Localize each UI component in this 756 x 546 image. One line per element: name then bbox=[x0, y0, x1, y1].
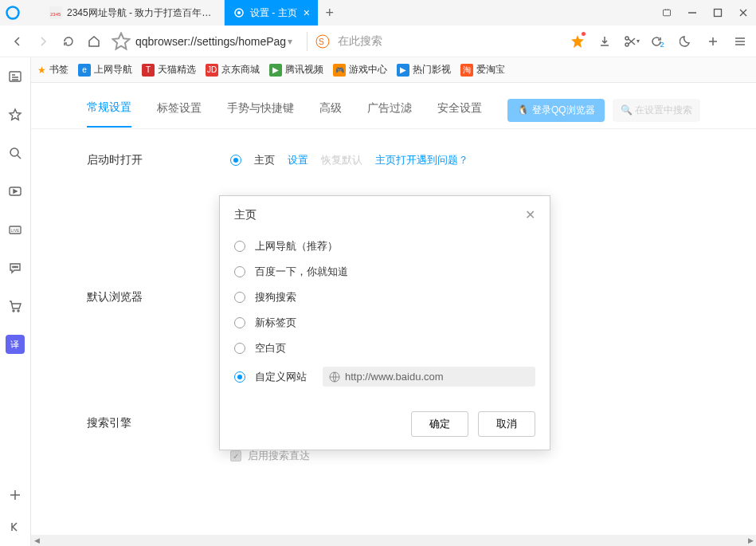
settings-tab-advanced[interactable]: 高级 bbox=[319, 101, 342, 127]
download-icon[interactable] bbox=[595, 30, 614, 53]
sidebar-star-icon[interactable] bbox=[6, 105, 25, 124]
svg-text:2345: 2345 bbox=[50, 12, 61, 17]
plus-icon[interactable] bbox=[703, 30, 723, 53]
sidebar-add-icon[interactable] bbox=[6, 485, 25, 505]
site-icon: ▶ bbox=[269, 64, 282, 77]
radio-label: 自定义网站 bbox=[255, 370, 307, 384]
modal-ok-button[interactable]: 确定 bbox=[411, 411, 468, 437]
tab-favicon-settings bbox=[233, 6, 245, 19]
url-dropdown-icon[interactable]: ▾ bbox=[288, 36, 292, 47]
svg-text:LIVE: LIVE bbox=[11, 228, 21, 233]
sidebar-translate-icon[interactable]: 译 bbox=[6, 335, 25, 354]
svg-point-12 bbox=[625, 37, 629, 40]
radio-sogou[interactable] bbox=[234, 292, 245, 303]
tab-title: 设置 - 主页 bbox=[250, 6, 297, 20]
radio-newtab[interactable] bbox=[234, 317, 245, 328]
custom-url-value: http://www.baidu.com bbox=[345, 371, 444, 383]
settings-tab-gestures[interactable]: 手势与快捷键 bbox=[227, 101, 294, 127]
sidebar-chat-icon[interactable] bbox=[6, 258, 25, 277]
radio-baidu[interactable] bbox=[234, 266, 245, 277]
radio-blank[interactable] bbox=[234, 343, 245, 354]
modal-close-button[interactable]: ✕ bbox=[525, 207, 535, 222]
modal-cancel-button[interactable]: 取消 bbox=[478, 411, 535, 437]
login-qq-button[interactable]: 🐧登录QQ浏览器 bbox=[507, 99, 605, 122]
settings-nav: 常规设置 标签设置 手势与快捷键 高级 广告过滤 安全设置 🐧登录QQ浏览器 🔍… bbox=[31, 83, 756, 129]
link-homepage-help[interactable]: 主页打开遇到问题？ bbox=[375, 153, 468, 167]
tab-2345[interactable]: 2345 2345网址导航 - 致力于打造百年品牌 bbox=[41, 0, 225, 26]
radio-label: 搜狗搜索 bbox=[255, 290, 296, 304]
maximize-button[interactable] bbox=[705, 0, 731, 26]
tab-favicon-2345: 2345 bbox=[49, 6, 62, 19]
reload-button[interactable] bbox=[57, 30, 80, 53]
left-sidebar: LIVE 译 bbox=[0, 57, 31, 546]
home-button[interactable] bbox=[83, 30, 105, 53]
settings-tab-security[interactable]: 安全设置 bbox=[437, 101, 482, 127]
tab-strip: 2345 2345网址导航 - 致力于打造百年品牌 设置 - 主页 × + bbox=[41, 0, 342, 26]
sidebar-cart-icon[interactable] bbox=[6, 297, 25, 316]
settings-tab-tabs[interactable]: 标签设置 bbox=[157, 101, 202, 127]
scroll-left-icon[interactable]: ◀ bbox=[31, 535, 42, 546]
new-tab-button[interactable]: + bbox=[318, 0, 342, 26]
link-restore-default[interactable]: 恢复默认 bbox=[321, 153, 362, 167]
settings-tab-adblock[interactable]: 广告过滤 bbox=[367, 101, 412, 127]
settings-tab-general[interactable]: 常规设置 bbox=[87, 100, 131, 128]
qzone-icon[interactable] bbox=[568, 30, 587, 53]
scroll-right-icon[interactable]: ▶ bbox=[745, 535, 756, 546]
checkbox-label: 启用搜索直达 bbox=[248, 449, 310, 463]
menu-icon[interactable] bbox=[731, 30, 750, 53]
address-bar: qqbrowser://settings/homePag ▾ S 在此搜索 ▾ … bbox=[0, 26, 756, 57]
custom-url-input[interactable]: http://www.baidu.com bbox=[323, 367, 535, 387]
bookmark-star-icon[interactable] bbox=[112, 32, 131, 51]
bookmark-item[interactable]: 🎮游戏中心 bbox=[333, 63, 387, 77]
bookmark-item[interactable]: T天猫精选 bbox=[142, 63, 196, 77]
search-engine-sogou-icon[interactable]: S bbox=[315, 34, 330, 49]
forward-button[interactable] bbox=[32, 30, 54, 53]
refresh-restore-icon[interactable]: 2 bbox=[649, 30, 668, 53]
bookmarks-label[interactable]: ★书签 bbox=[37, 63, 69, 77]
search-input[interactable]: 在此搜索 bbox=[338, 34, 565, 49]
radio-homepage[interactable] bbox=[230, 155, 241, 166]
tab-close-icon[interactable]: × bbox=[304, 6, 310, 19]
radio-label: 空白页 bbox=[255, 341, 286, 355]
svg-point-21 bbox=[17, 266, 18, 267]
bookmark-item[interactable]: ▶热门影视 bbox=[397, 63, 451, 77]
minimize-button[interactable] bbox=[680, 0, 705, 26]
svg-point-15 bbox=[10, 148, 18, 156]
horizontal-scrollbar[interactable]: ◀ ▶ bbox=[31, 535, 756, 546]
radio-custom[interactable] bbox=[234, 371, 245, 383]
moon-icon[interactable] bbox=[676, 30, 695, 53]
checkbox-search-direct[interactable] bbox=[230, 450, 241, 462]
bookmark-item[interactable]: JD京东商城 bbox=[206, 63, 260, 77]
link-set-homepage[interactable]: 设置 bbox=[288, 153, 308, 167]
settings-search-input[interactable]: 🔍 在设置中搜索 bbox=[613, 99, 700, 122]
sidebar-search-icon[interactable] bbox=[6, 143, 25, 163]
extension-icon[interactable] bbox=[654, 0, 680, 26]
svg-point-19 bbox=[13, 266, 14, 267]
sidebar-video-icon[interactable] bbox=[6, 182, 25, 201]
bookmark-item[interactable]: e上网导航 bbox=[78, 63, 132, 77]
modal-title: 主页 bbox=[234, 208, 257, 222]
sidebar-collapse-icon[interactable] bbox=[6, 517, 25, 536]
setting-label: 默认浏览器 bbox=[87, 290, 230, 384]
close-button[interactable] bbox=[731, 0, 756, 26]
scissors-icon[interactable]: ▾ bbox=[622, 30, 641, 53]
radio-nav-recommended[interactable] bbox=[234, 241, 245, 252]
back-button[interactable] bbox=[6, 30, 29, 53]
bookmarks-bar: ★书签 e上网导航 T天猫精选 JD京东商城 ▶腾讯视频 🎮游戏中心 ▶热门影视… bbox=[31, 57, 756, 83]
url-text[interactable]: qqbrowser://settings/homePag bbox=[135, 35, 286, 48]
svg-point-4 bbox=[237, 11, 241, 14]
svg-point-0 bbox=[7, 7, 19, 19]
radio-label: 新标签页 bbox=[255, 316, 296, 330]
svg-rect-5 bbox=[664, 10, 671, 16]
svg-point-22 bbox=[13, 310, 14, 312]
sidebar-news-icon[interactable] bbox=[6, 67, 25, 86]
titlebar: 2345 2345网址导航 - 致力于打造百年品牌 设置 - 主页 × + bbox=[0, 0, 756, 26]
app-icon bbox=[0, 0, 25, 26]
svg-point-23 bbox=[18, 310, 19, 312]
bookmark-item[interactable]: ▶腾讯视频 bbox=[269, 63, 323, 77]
bookmark-item[interactable]: 淘爱淘宝 bbox=[460, 63, 505, 77]
setting-startup: 启动时打开 主页 设置 恢复默认 主页打开遇到问题？ bbox=[87, 153, 700, 179]
tab-settings[interactable]: 设置 - 主页 × bbox=[225, 0, 318, 26]
svg-text:译: 译 bbox=[10, 340, 19, 349]
sidebar-live-icon[interactable]: LIVE bbox=[6, 220, 25, 239]
